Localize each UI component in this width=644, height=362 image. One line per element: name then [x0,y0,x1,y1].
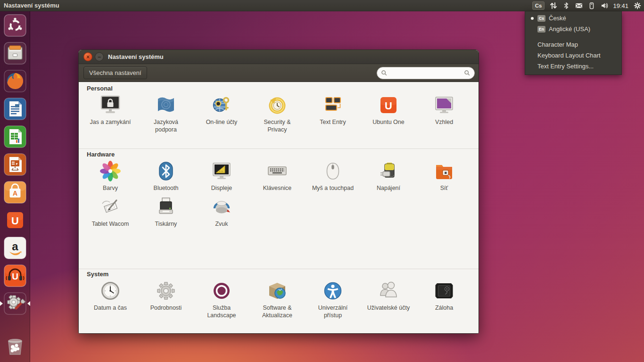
settings-item-bluetooth-big[interactable]: Bluetooth [138,160,194,192]
settings-item-text-entry[interactable]: Text Entry [305,94,361,133]
all-settings-button[interactable]: Všechna nastavení [83,66,147,79]
svg-text:A: A [13,189,17,197]
settings-item-label: Napájení [377,184,400,192]
close-button[interactable]: × [83,52,92,61]
settings-item-security-privacy[interactable]: Security & Privacy [249,94,305,133]
settings-item-label: Security & Privacy [256,118,299,133]
launcher-item-ubuntu-one[interactable]: U [4,209,26,231]
bluetooth-big-icon [155,160,177,182]
search-box[interactable] [377,67,475,79]
settings-item-printers[interactable]: Tiskárny [138,196,194,228]
keyboard-layout-menu: CsČeskéEnAnglické (USA)Character MapKeyb… [525,11,622,75]
launcher-item-firefox[interactable] [4,70,26,92]
launcher-item-ubuntu-one-music[interactable]: U [4,264,26,287]
focused-arrow-icon [0,301,3,306]
displays-icon [210,160,233,182]
settings-item-label: Zvuk [215,220,228,228]
settings-item-label: Klávesnice [263,184,291,192]
menu-item-label: Text Entry Settings... [537,63,594,70]
text-entry-icon [322,94,344,116]
settings-item-power[interactable]: Napájení [361,160,416,192]
session-gear-icon[interactable] [633,2,641,10]
menu-item-label: Anglické (USA) [549,25,590,33]
section-title: Personal [87,85,479,92]
settings-item-label: Barvy [103,184,118,192]
settings-item-label: Tiskárny [155,220,177,228]
window-titlebar[interactable]: × − Nastavení systému [79,50,479,64]
settings-item-wacom[interactable]: Tablet Wacom [83,196,138,228]
backup-icon [433,280,455,302]
section-divider [79,269,479,269]
menu-item-character-map[interactable]: Character Map [525,39,621,50]
layout-badge-icon: En [537,26,545,33]
settings-item-ubuntu-one[interactable]: UUbuntu One [361,94,416,133]
settings-item-universal-access[interactable]: Univerzální přístup [305,280,361,319]
launcher-item-trash[interactable] [4,335,26,357]
launcher-item-software-center[interactable]: A [4,181,26,204]
settings-item-label: Vzhled [435,118,453,126]
settings-item-sound[interactable]: Zvuk [194,196,249,228]
launcher-item-libreoffice-calc[interactable] [4,125,26,148]
mouse-icon [322,160,344,182]
minimize-button[interactable]: − [95,52,104,61]
settings-item-colors[interactable]: Barvy [83,160,138,192]
settings-item-network[interactable]: Síť [416,160,472,192]
search-icon [381,70,388,76]
menu-item-keyboard-layout-chart[interactable]: Keyboard Layout Chart [525,50,621,61]
settings-item-label: Jas a zamykání [90,118,131,126]
appearance-icon [433,94,455,116]
settings-item-mouse[interactable]: Myš a touchpad [305,160,361,192]
landscape-icon [210,280,233,302]
settings-item-details[interactable]: Podrobnosti [138,280,194,319]
settings-content: PersonalJas a zamykáníJazyková podporaOn… [79,82,479,333]
mail-icon[interactable] [575,2,583,10]
svg-text:U: U [12,272,18,281]
details-icon [155,280,177,302]
keyboard-indicator[interactable]: Cs [532,1,545,10]
settings-item-label: Ubuntu One [372,118,404,126]
settings-item-appearance[interactable]: Vzhled [416,94,472,133]
launcher-item-system-settings[interactable] [4,292,26,315]
brightness-lock-icon [99,94,122,116]
network-icon [433,160,455,182]
settings-item-landscape[interactable]: Služba Landscape [194,280,249,319]
launcher-item-dash[interactable] [4,14,26,37]
window-toolbar: Všechna nastavení [79,64,479,82]
unity-launcher: AUaU [0,11,30,362]
launcher-item-libreoffice-writer[interactable] [4,98,26,120]
section-title: Hardware [87,151,479,158]
volume-icon[interactable] [600,2,608,10]
settings-item-datetime[interactable]: Datum a čas [83,280,138,319]
settings-item-backup[interactable]: Záloha [416,280,472,319]
sync-arrows-icon[interactable] [549,2,557,10]
power-icon [377,160,400,182]
menu-item-label: Keyboard Layout Chart [537,52,601,59]
settings-item-online-accounts[interactable]: On-line účty [194,94,249,133]
ubuntu-one-icon: U [377,94,400,116]
settings-item-user-accounts[interactable]: Uživatelské účty [361,280,416,319]
svg-text:U: U [11,215,19,227]
menu-item-layout-cs[interactable]: CsČeské [525,13,621,24]
bluetooth-icon[interactable] [562,2,570,10]
settings-item-software-updates[interactable]: Software & Aktualizace [249,280,305,319]
datetime-icon [99,280,122,302]
section-system: SystemDatum a časPodrobnostiSlužba Lands… [79,271,479,323]
svg-text:a: a [12,240,18,253]
settings-item-brightness-lock[interactable]: Jas a zamykání [83,94,138,133]
battery-icon[interactable] [587,2,595,10]
settings-item-label: Služba Landscape [200,304,243,319]
settings-item-displays[interactable]: Displeje [194,160,249,192]
launcher-item-amazon[interactable]: a [4,237,26,259]
settings-item-language-support[interactable]: Jazyková podpora [138,94,194,133]
launcher-item-libreoffice-impress[interactable] [4,153,26,176]
launcher-item-files[interactable] [4,42,26,65]
section-divider [79,148,479,149]
menu-item-label: České [549,15,566,22]
settings-item-label: Displeje [211,184,232,192]
search-input[interactable] [388,70,464,76]
settings-item-keyboard[interactable]: Klávesnice [249,160,305,192]
menu-item-layout-en[interactable]: EnAnglické (USA) [525,24,621,34]
user-accounts-icon [377,280,400,302]
menu-item-text-entry-settings[interactable]: Text Entry Settings... [525,61,621,72]
clock-label[interactable]: 19:41 [613,2,628,9]
